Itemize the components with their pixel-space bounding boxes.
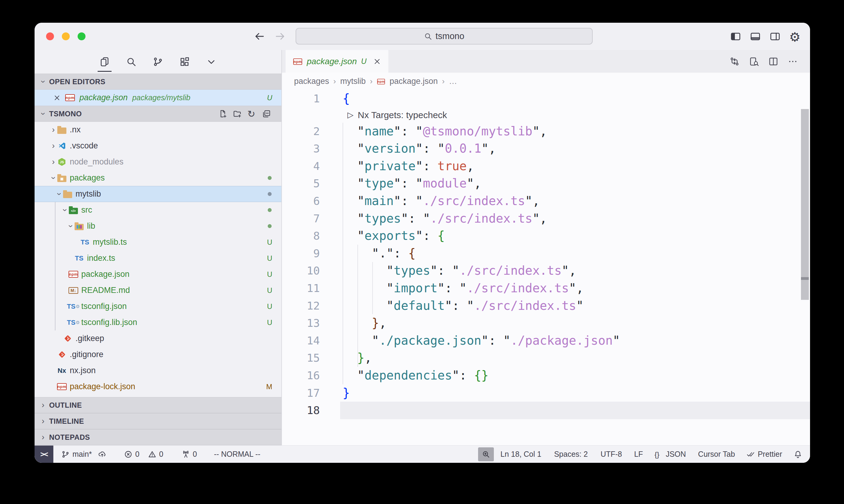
chevron-down-icon[interactable]: › — [55, 191, 63, 198]
tree-item-node-modules[interactable]: ›JSnode_modules — [35, 154, 281, 170]
navigate-forward-icon[interactable] — [274, 31, 286, 42]
status-item-0[interactable]: 0 — [124, 450, 139, 458]
chevron-right-icon: › — [39, 401, 47, 409]
code-line-18[interactable]: 18 — [282, 402, 810, 419]
tree-item-index-ts[interactable]: TSindex.tsU — [35, 250, 281, 266]
status-item-main-[interactable]: main* — [61, 450, 92, 458]
code-line-12[interactable]: 12 "default": "./src/index.ts" — [282, 297, 810, 315]
chevron-right-icon[interactable]: › — [50, 158, 57, 166]
chevron-right-icon[interactable]: › — [50, 142, 57, 150]
tree-item-package-lock-json[interactable]: npmpackage-lock.jsonM — [35, 379, 281, 395]
close-window-button[interactable] — [46, 32, 54, 40]
chevron-down-icon[interactable]: › — [49, 175, 57, 182]
tree-item--gitkeep[interactable]: .gitkeep — [35, 330, 281, 346]
maximize-window-button[interactable] — [77, 32, 86, 40]
tree-item--vscode[interactable]: ›.vscode — [35, 138, 281, 154]
status-item-lf[interactable]: LF — [634, 450, 643, 458]
layout-sidebar-right-icon[interactable] — [770, 31, 781, 42]
more-actions-icon[interactable] — [788, 56, 798, 67]
code-line-3[interactable]: 3 "version": "0.0.1", — [282, 140, 810, 158]
codelens-nx-targets[interactable]: ▷Nx Targets: typecheck — [282, 108, 810, 123]
status-item-cloud-upload[interactable] — [98, 450, 106, 458]
chevron-right-icon[interactable]: › — [50, 126, 57, 134]
tree-item-tsconfig-json[interactable]: TS⚙tsconfig.jsonU — [35, 298, 281, 314]
code-line-16[interactable]: 16 "dependencies": {} — [282, 367, 810, 384]
close-icon[interactable] — [53, 94, 61, 102]
tree-item-packages[interactable]: ›▣packages — [35, 170, 281, 186]
status-item-0[interactable]: 0 — [182, 450, 197, 458]
code-line-5[interactable]: 5 "type": "module", — [282, 175, 810, 192]
activity-explorer-button[interactable] — [99, 56, 110, 68]
activity-extensions-button[interactable] — [179, 56, 190, 68]
breadcrumb-item[interactable]: packages — [294, 77, 329, 86]
codelens-label[interactable]: Nx Targets: typecheck — [358, 110, 447, 120]
status-item-prettier[interactable]: Prettier — [746, 450, 782, 458]
code-line-13[interactable]: 13 }, — [282, 314, 810, 332]
breadcrumb-item[interactable]: mytslib — [340, 77, 366, 86]
code-line-11[interactable]: 11 "import": "./src/index.ts", — [282, 280, 810, 297]
section-header-outline[interactable]: ›OUTLINE — [35, 397, 281, 413]
tree-item-mytslib-ts[interactable]: TSmytslib.tsU — [35, 234, 281, 250]
activity-views-more-button[interactable] — [206, 56, 217, 68]
scrollbar-thumb[interactable] — [801, 109, 809, 300]
new-file-icon[interactable] — [218, 109, 227, 119]
status-item-json[interactable]: {}JSON — [655, 450, 686, 458]
layout-panel-icon[interactable] — [750, 31, 761, 42]
open-editor-item[interactable]: npm package.json packages/mytslib U — [35, 90, 281, 106]
tree-item-src[interactable]: ›</>src — [35, 202, 281, 218]
run-icon[interactable]: ▷ — [347, 110, 354, 120]
settings-gear-icon[interactable]: ⚙ — [789, 31, 800, 42]
activity-search-button[interactable] — [125, 56, 137, 68]
code-line-10[interactable]: 10 "types": "./src/index.ts", — [282, 262, 810, 280]
tree-item--gitignore[interactable]: .gitignore — [35, 346, 281, 363]
section-header-notepads[interactable]: ›NOTEPADS — [35, 429, 281, 445]
navigate-back-icon[interactable] — [254, 31, 265, 42]
code-line-7[interactable]: 7 "types": "./src/index.ts", — [282, 210, 810, 228]
chevron-down-icon[interactable]: › — [61, 206, 69, 214]
code-line-15[interactable]: 15 }, — [282, 349, 810, 367]
tree-item-nx-json[interactable]: Nxnx.json — [35, 363, 281, 379]
code-line-9[interactable]: 9 ".": { — [282, 245, 810, 262]
code-line-8[interactable]: 8 "exports": { — [282, 227, 810, 245]
status-item-0[interactable]: 0 — [148, 450, 163, 458]
open-editors-section-header[interactable]: › OPEN EDITORS — [35, 74, 281, 90]
code-line-14[interactable]: 14 "./package.json": "./package.json" — [282, 332, 810, 349]
split-editor-icon[interactable] — [768, 56, 778, 67]
status-item-cursor-tab[interactable]: Cursor Tab — [698, 450, 735, 458]
code-line-4[interactable]: 4 "private": true, — [282, 158, 810, 175]
status-item--normal-[interactable]: -- NORMAL -- — [214, 450, 260, 458]
remote-indicator[interactable]: >< — [35, 446, 53, 463]
code-line-17[interactable]: 17} — [282, 384, 810, 402]
refresh-icon[interactable]: ↻ — [247, 109, 257, 119]
layout-sidebar-left-icon[interactable] — [730, 31, 741, 42]
command-center-search[interactable]: tsmono — [296, 28, 593, 44]
activity-source-control-button[interactable] — [152, 56, 164, 68]
compare-changes-icon[interactable] — [729, 56, 740, 67]
tree-item-package-json[interactable]: npmpackage.jsonU — [35, 266, 281, 282]
tab-package-json[interactable]: npm package.json U — [286, 50, 389, 73]
breadcrumb-item[interactable]: … — [449, 77, 457, 86]
new-folder-icon[interactable] — [233, 109, 242, 119]
status-item-ln-18-col-1[interactable]: Ln 18, Col 1 — [500, 450, 541, 458]
status-item-bell[interactable] — [794, 450, 802, 458]
tree-item-lib[interactable]: ›lib — [35, 218, 281, 234]
section-header-timeline[interactable]: ›TIMELINE — [35, 413, 281, 429]
code-line-1[interactable]: 1{ — [282, 90, 810, 108]
tree-item-tsconfig-lib-json[interactable]: TS⚙tsconfig.lib.jsonU — [35, 314, 281, 330]
tree-item--nx[interactable]: ›.nx — [35, 122, 281, 138]
chevron-down-icon[interactable]: › — [67, 222, 75, 230]
collapse-all-icon[interactable] — [262, 109, 271, 119]
open-preview-icon[interactable] — [749, 56, 759, 67]
status-item-spaces-2[interactable]: Spaces: 2 — [554, 450, 588, 458]
status-item-zoom-plus[interactable] — [478, 447, 494, 461]
tree-item-readme-md[interactable]: M↓README.mdU — [35, 282, 281, 298]
minimize-window-button[interactable] — [62, 32, 70, 40]
breadcrumb-item[interactable]: package.json — [390, 77, 438, 86]
status-item-utf-8[interactable]: UTF-8 — [601, 450, 622, 458]
code-editor[interactable]: 1{▷Nx Targets: typecheck2 "name": "@tsmo… — [282, 90, 810, 445]
code-line-6[interactable]: 6 "main": "./src/index.ts", — [282, 192, 810, 210]
workspace-section-header[interactable]: › TSMONO ↻ — [35, 106, 281, 122]
tree-item-mytslib[interactable]: ›mytslib — [35, 186, 281, 202]
close-tab-icon[interactable] — [373, 57, 381, 66]
code-line-2[interactable]: 2 "name": "@tsmono/mytslib", — [282, 123, 810, 140]
